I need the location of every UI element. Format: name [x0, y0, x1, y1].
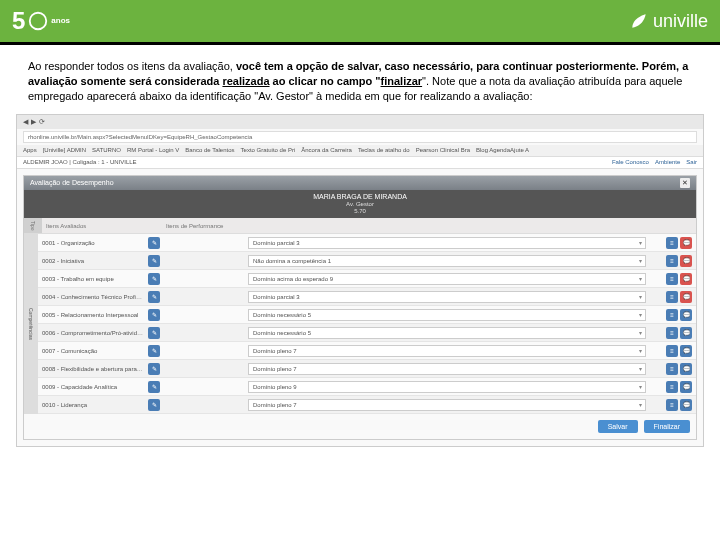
col-tipo: Tipo — [24, 218, 42, 233]
info-icon[interactable]: ≡ — [666, 255, 678, 267]
rating-select[interactable]: Domínio pleno 7 — [248, 399, 646, 411]
bookmark-item[interactable]: SATURNO — [92, 147, 121, 153]
info-icon[interactable]: ≡ — [666, 327, 678, 339]
svg-point-0 — [30, 13, 47, 30]
table-row: 0002 - Iniciativa✎Não domina a competênc… — [38, 252, 696, 270]
row-code: 0001 - Organização — [38, 240, 144, 246]
comment-icon[interactable]: 💬 — [680, 381, 692, 393]
row-code: 0003 - Trabalho em equipe — [38, 276, 144, 282]
table-row: 0004 - Conhecimento Técnico Profissional… — [38, 288, 696, 306]
comment-icon[interactable]: 💬 — [680, 255, 692, 267]
comment-icon[interactable]: 💬 — [680, 237, 692, 249]
bookmark-item[interactable]: [Univille] ADMIN — [43, 147, 86, 153]
table-row: 0006 - Comprometimento/Pró-atividade✎Dom… — [38, 324, 696, 342]
table-row: 0007 - Comunicação✎Domínio pleno 7≡💬 — [38, 342, 696, 360]
row-code: 0005 - Relacionamento Interpessoal — [38, 312, 144, 318]
bookmark-item[interactable]: Teclas de atalho do — [358, 147, 410, 153]
rating-select[interactable]: Domínio parcial 3 — [248, 237, 646, 249]
bookmark-item[interactable]: Âncora da Carreira — [301, 147, 352, 153]
edit-icon[interactable]: ✎ — [148, 345, 160, 357]
edit-icon[interactable]: ✎ — [148, 327, 160, 339]
info-icon[interactable]: ≡ — [666, 273, 678, 285]
col-perf: Itens de Performance — [162, 223, 262, 229]
leaf-icon — [629, 11, 649, 31]
row-code: 0009 - Capacidade Analítica — [38, 384, 144, 390]
row-code: 0008 - Flexibilidade e abertura para mud… — [38, 366, 144, 372]
bookmark-item[interactable]: Texto Gratuito de Pri — [241, 147, 296, 153]
rating-select[interactable]: Domínio necessário 5 — [248, 327, 646, 339]
edit-icon[interactable]: ✎ — [148, 399, 160, 411]
info-icon[interactable]: ≡ — [666, 291, 678, 303]
topbar-link[interactable]: Ambiente — [655, 159, 680, 165]
panel-header: Avaliação de Desempenho ✕ — [24, 176, 696, 190]
row-code: 0007 - Comunicação — [38, 348, 144, 354]
row-perf: ✎ — [144, 363, 244, 375]
comment-icon[interactable]: 💬 — [680, 399, 692, 411]
comment-icon[interactable]: 💬 — [680, 273, 692, 285]
app-topbar: ALDEMIR JOAO | Coligada : 1 - UNIVILLE F… — [17, 157, 703, 169]
address-bar[interactable]: rhonline.univille.br/Main.aspx?SelectedM… — [23, 131, 697, 143]
footer-buttons: Salvar Finalizar — [24, 414, 696, 439]
user-context: ALDEMIR JOAO | Coligada : 1 - UNIVILLE — [23, 159, 137, 165]
nav-fwd-icon[interactable]: ▶ — [31, 118, 36, 126]
row-perf: ✎ — [144, 255, 244, 267]
comment-icon[interactable]: 💬 — [680, 345, 692, 357]
col-itens: Itens Avaliados — [42, 223, 162, 229]
rating-select[interactable]: Domínio acima do esperado 9 — [248, 273, 646, 285]
row-perf: ✎ — [144, 309, 244, 321]
comment-icon[interactable]: 💬 — [680, 327, 692, 339]
leaf-zero-icon — [27, 10, 49, 32]
row-perf: ✎ — [144, 273, 244, 285]
info-icon[interactable]: ≡ — [666, 381, 678, 393]
edit-icon[interactable]: ✎ — [148, 255, 160, 267]
bookmark-item[interactable]: Pearson Clinical Bra — [416, 147, 470, 153]
bookmarks-bar: Apps[Univille] ADMINSATURNORM Portal - L… — [17, 145, 703, 157]
comment-icon[interactable]: 💬 — [680, 291, 692, 303]
row-perf: ✎ — [144, 399, 244, 411]
rating-select[interactable]: Não domina a competência 1 — [248, 255, 646, 267]
topbar-link[interactable]: Sair — [686, 159, 697, 165]
row-perf: ✎ — [144, 381, 244, 393]
table-row: 0010 - Liderança✎Domínio pleno 7≡💬 — [38, 396, 696, 414]
panel-title: Avaliação de Desempenho — [30, 179, 114, 186]
edit-icon[interactable]: ✎ — [148, 309, 160, 321]
rating-select[interactable]: Domínio pleno 7 — [248, 363, 646, 375]
info-icon[interactable]: ≡ — [666, 363, 678, 375]
reload-icon[interactable]: ⟳ — [39, 118, 45, 126]
info-icon[interactable]: ≡ — [666, 399, 678, 411]
row-code: 0002 - Iniciativa — [38, 258, 144, 264]
rating-select[interactable]: Domínio parcial 3 — [248, 291, 646, 303]
table-row: 0008 - Flexibilidade e abertura para mud… — [38, 360, 696, 378]
rating-select[interactable]: Domínio necessário 5 — [248, 309, 646, 321]
topbar-link[interactable]: Fale Conosco — [612, 159, 649, 165]
nav-back-icon[interactable]: ◀ — [23, 118, 28, 126]
rating-select[interactable]: Domínio pleno 7 — [248, 345, 646, 357]
edit-icon[interactable]: ✎ — [148, 291, 160, 303]
bookmark-item[interactable]: Banco de Talentos — [185, 147, 234, 153]
salvar-button[interactable]: Salvar — [598, 420, 638, 433]
site-banner: 5 anos univille — [0, 0, 720, 42]
edit-icon[interactable]: ✎ — [148, 237, 160, 249]
row-code: 0006 - Comprometimento/Pró-atividade — [38, 330, 144, 336]
info-icon[interactable]: ≡ — [666, 309, 678, 321]
side-tab-competencias[interactable]: Competências — [24, 234, 38, 414]
info-icon[interactable]: ≡ — [666, 237, 678, 249]
info-icon[interactable]: ≡ — [666, 345, 678, 357]
edit-icon[interactable]: ✎ — [148, 363, 160, 375]
finalizar-button[interactable]: Finalizar — [644, 420, 690, 433]
bookmark-item[interactable]: Blog AgendaAjute A — [476, 147, 529, 153]
rating-select[interactable]: Domínio pleno 9 — [248, 381, 646, 393]
instruction-text: Ao responder todos os itens da avaliação… — [0, 45, 720, 114]
bookmark-item[interactable]: Apps — [23, 147, 37, 153]
row-perf: ✎ — [144, 345, 244, 357]
table-header: Tipo Itens Avaliados Itens de Performanc… — [24, 218, 696, 234]
table-row: 0009 - Capacidade Analítica✎Domínio plen… — [38, 378, 696, 396]
row-perf: ✎ — [144, 291, 244, 303]
bookmark-item[interactable]: RM Portal - Login V — [127, 147, 179, 153]
edit-icon[interactable]: ✎ — [148, 381, 160, 393]
browser-tabs: ◀ ▶ ⟳ — [17, 115, 703, 129]
edit-icon[interactable]: ✎ — [148, 273, 160, 285]
comment-icon[interactable]: 💬 — [680, 309, 692, 321]
comment-icon[interactable]: 💬 — [680, 363, 692, 375]
close-icon[interactable]: ✕ — [680, 178, 690, 188]
